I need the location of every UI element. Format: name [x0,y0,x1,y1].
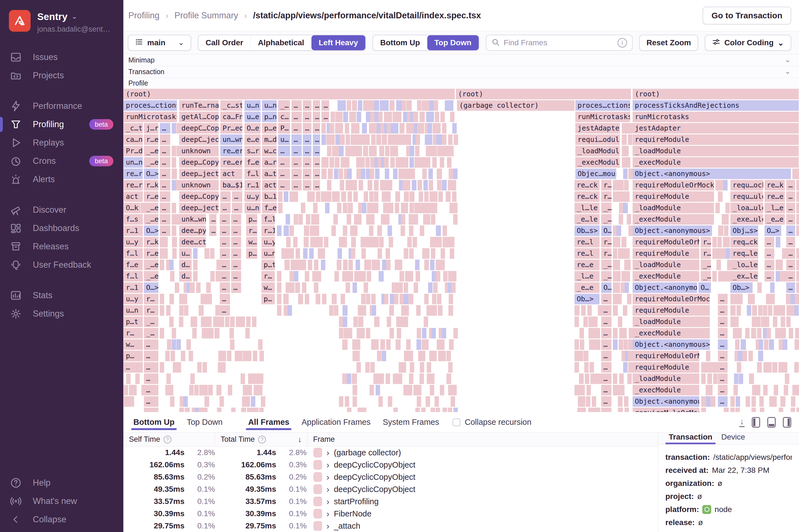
sidebar-item-collapse[interactable]: Collapse [0,510,123,529]
flame-frame[interactable]: runMicrotasks [575,112,630,122]
flame-frame[interactable]: … [718,294,728,304]
flame-frame[interactable] [390,157,395,168]
flame-frame[interactable]: p…t [124,317,143,327]
flame-frame[interactable] [623,362,628,373]
flame-frame[interactable]: … [292,112,302,122]
flame-frame[interactable]: … [220,248,230,259]
flame-frame[interactable] [730,396,735,407]
flame-frame[interactable]: O… [699,282,711,293]
flame-frame[interactable] [141,203,145,213]
flame-frame[interactable]: r… [261,271,275,282]
flame-frame[interactable] [622,157,626,168]
flame-frame[interactable] [730,294,735,304]
flame-frame[interactable] [583,317,588,327]
flame-frame[interactable] [622,134,627,145]
flame-frame[interactable] [327,191,331,202]
flame-frame[interactable]: … [144,339,159,350]
flame-frame[interactable]: requireModule [633,134,799,145]
direction-top-down[interactable]: Top Down [427,35,479,50]
flame-frame[interactable] [124,385,128,395]
flame-frame[interactable]: re…r [124,180,143,190]
flame-frame[interactable] [408,351,413,361]
flame-frame[interactable] [415,271,420,282]
flame-frame[interactable] [285,282,290,293]
flame-frame[interactable] [415,146,420,156]
flame-frame[interactable] [349,146,354,156]
flame-frame[interactable]: u…y [261,237,275,247]
flame-frame[interactable] [354,271,359,282]
flame-frame[interactable] [453,169,458,179]
flame-frame[interactable] [420,226,424,236]
flame-frame[interactable] [394,123,398,134]
flame-frame[interactable]: jestAdapter [575,123,620,134]
flame-frame[interactable] [420,112,425,122]
flame-frame[interactable] [785,374,789,384]
flame-frame[interactable] [718,191,723,202]
flame-frame[interactable] [626,157,630,168]
flame-frame[interactable]: … [786,226,795,236]
flame-frame[interactable]: w…c [246,237,257,247]
flame-frame[interactable] [575,317,579,327]
flame-frame[interactable] [424,294,429,304]
flame-frame[interactable] [766,294,770,304]
flame-frame[interactable]: … [231,260,241,270]
flame-frame[interactable]: … [601,328,612,339]
flame-frame[interactable] [131,385,136,395]
flame-frame[interactable]: … [220,191,230,202]
flame-frame[interactable]: _… [278,100,290,111]
flame-frame[interactable] [296,248,300,259]
flame-frame[interactable] [210,271,215,282]
flame-frame[interactable]: deep…Copy [179,157,219,168]
flame-frame[interactable] [443,237,447,247]
flame-frame[interactable] [221,362,226,373]
flame-frame[interactable] [796,248,799,259]
flame-frame[interactable] [436,271,440,282]
sort-call-order[interactable]: Call Order [198,35,250,50]
flame-frame[interactable] [321,123,326,134]
flame-frame[interactable]: … [232,191,242,202]
flame-frame[interactable] [348,191,352,202]
flame-frame[interactable]: … [160,123,170,134]
flame-frame[interactable] [333,214,338,225]
flame-frame[interactable] [422,328,426,339]
expand-chevron-icon[interactable]: › [327,448,330,458]
flame-frame[interactable] [353,385,357,395]
flame-frame[interactable] [172,237,177,247]
flame-frame[interactable] [277,226,281,236]
sidebar-item-profiling[interactable]: Profilingbeta [0,115,123,134]
flame-frame[interactable] [384,157,388,168]
flame-frame[interactable]: … [303,180,312,190]
flame-frame[interactable] [430,385,434,395]
flame-frame[interactable] [432,305,437,316]
flame-frame[interactable]: r…c [246,226,257,236]
flame-frame[interactable] [374,191,378,202]
flame-frame[interactable]: a…r [262,157,277,168]
flame-frame[interactable] [798,294,799,304]
flame-frame[interactable]: … [718,305,728,316]
flame-frame[interactable] [169,294,174,304]
flame-frame[interactable] [402,362,406,373]
layout-bottom-icon[interactable] [767,417,776,428]
flame-frame[interactable] [443,226,447,236]
flame-frame[interactable]: Pr…ed [220,123,242,134]
flame-frame[interactable] [208,385,213,395]
flame-frame[interactable] [737,305,741,316]
flame-frame[interactable] [575,339,579,350]
flame-frame[interactable] [577,407,582,412]
flame-frame[interactable] [165,351,170,361]
flame-frame[interactable]: ca…n [124,134,143,145]
flame-frame[interactable] [413,112,418,122]
flame-frame[interactable] [330,134,335,145]
flame-frame[interactable] [352,374,357,384]
flame-frame[interactable]: … [160,226,170,236]
flame-frame[interactable]: r… [601,237,612,247]
flame-frame[interactable] [358,100,362,111]
flame-frame[interactable]: r…1 [244,180,261,190]
flame-frame[interactable] [345,396,349,407]
flame-frame[interactable] [305,294,309,304]
flame-frame[interactable]: _l…le [575,203,599,213]
flame-frame[interactable] [172,180,176,190]
flame-frame[interactable]: deepC…ject [179,134,219,145]
flame-frame[interactable] [760,407,764,412]
flame-frame[interactable]: … [313,169,320,179]
